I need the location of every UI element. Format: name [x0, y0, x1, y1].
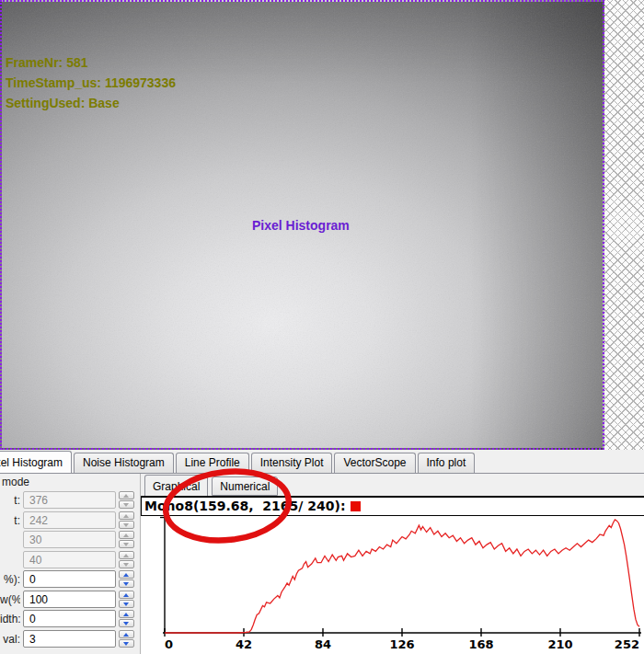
- spinner: [119, 610, 134, 627]
- field-label: %):: [0, 573, 20, 586]
- spin-up-button[interactable]: [119, 570, 134, 579]
- settings-row: 40: [0, 551, 140, 568]
- spin-down-button[interactable]: [119, 579, 134, 588]
- field-value-input[interactable]: 100: [23, 591, 116, 608]
- histogram-chart: 04284126168210252: [141, 516, 644, 654]
- spin-up-button: [119, 511, 134, 520]
- field-value-input: 30: [23, 531, 116, 548]
- spinner: [119, 511, 134, 529]
- overlay-setting-used: SettingUsed: Base: [6, 93, 176, 113]
- x-tick-label: 126: [389, 637, 414, 651]
- empty-background-hatch: [604, 0, 644, 451]
- spinner: [119, 591, 134, 608]
- histogram-display-panel: GraphicalNumerical Mono8(159.68, 2165/ 2…: [140, 474, 644, 654]
- field-label: idth:: [0, 613, 20, 625]
- x-tick-label: 168: [468, 637, 493, 651]
- overlay-frame-number: FrameNr: 581: [6, 52, 176, 73]
- tab-intensity-plot[interactable]: Intensity Plot: [251, 453, 333, 473]
- field-label: t:: [0, 514, 20, 527]
- settings-row: t:376: [0, 491, 140, 509]
- field-value-input[interactable]: 3: [23, 630, 116, 648]
- spinner: [119, 551, 134, 568]
- spin-up-button: [119, 551, 134, 559]
- series-color-swatch: [351, 501, 361, 511]
- spin-down-button[interactable]: [119, 619, 134, 627]
- spin-down-button: [119, 540, 134, 548]
- tab-line-profile[interactable]: Line Profile: [176, 453, 249, 473]
- x-tick-label: 42: [236, 637, 252, 651]
- settings-row: %):0: [0, 570, 140, 588]
- spin-up-button[interactable]: [119, 630, 134, 638]
- field-value-input: 376: [23, 491, 116, 509]
- spinner: [119, 491, 134, 509]
- spin-down-button[interactable]: [119, 639, 134, 648]
- view-tab-numerical[interactable]: Numerical: [212, 476, 278, 496]
- spin-down-button[interactable]: [119, 600, 134, 608]
- histogram-curve: [165, 520, 639, 633]
- settings-row: 30: [0, 531, 140, 548]
- spin-up-button[interactable]: [119, 591, 134, 599]
- field-value-input: 242: [23, 511, 116, 529]
- field-label: w(%):: [0, 593, 20, 606]
- analysis-panel: mode t:376t:2423040%):0w(%):100idth:0val…: [0, 474, 644, 654]
- field-value-input[interactable]: 0: [23, 610, 116, 627]
- view-tabbar: GraphicalNumerical: [141, 474, 644, 496]
- field-label: val:: [0, 633, 20, 646]
- x-tick-label: 84: [315, 637, 331, 651]
- tab-noise-histogram[interactable]: Noise Histogram: [74, 453, 174, 473]
- x-tick-label: 0: [165, 637, 173, 651]
- field-value-input[interactable]: 0: [23, 570, 116, 588]
- spin-down-button: [119, 521, 134, 529]
- spin-up-button: [119, 491, 134, 499]
- settings-row: val:3: [0, 630, 140, 648]
- camera-image-view: FrameNr: 581 TimeStamp_us: 1196973336 Se…: [0, 0, 604, 450]
- spin-up-button[interactable]: [119, 610, 134, 618]
- aoi-mode-label: mode: [2, 476, 29, 488]
- plot-header-text: Mono8(159.68, 2165/ 240):: [144, 499, 346, 513]
- image-center-watermark: Pixel Histogram: [252, 218, 350, 233]
- analysis-tabbar: Pixel HistogramNoise HistogramLine Profi…: [0, 450, 644, 474]
- spin-up-button: [119, 531, 134, 539]
- plot-header: Mono8(159.68, 2165/ 240):: [141, 496, 644, 516]
- spinner: [119, 531, 134, 548]
- settings-row: t:242: [0, 511, 140, 529]
- field-value-input: 40: [23, 551, 116, 568]
- histogram-plot: 04284126168210252: [141, 516, 644, 654]
- image-overlay-info: FrameNr: 581 TimeStamp_us: 1196973336 Se…: [6, 52, 176, 113]
- view-tab-graphical[interactable]: Graphical: [144, 475, 208, 496]
- spin-down-button: [119, 560, 134, 568]
- spinner: [119, 570, 134, 588]
- spinner: [119, 630, 134, 648]
- spin-down-button: [119, 500, 134, 509]
- tab-pixel-histogram[interactable]: Pixel Histogram: [0, 451, 72, 474]
- x-tick-label: 252: [615, 637, 639, 651]
- overlay-timestamp: TimeStamp_us: 1196973336: [6, 73, 176, 93]
- tab-vectorscope[interactable]: VectorScope: [334, 453, 415, 473]
- settings-row: idth:0: [0, 610, 140, 627]
- histogram-settings-panel: mode t:376t:2423040%):0w(%):100idth:0val…: [0, 474, 140, 654]
- tab-info-plot[interactable]: Info plot: [418, 453, 476, 473]
- settings-row: w(%):100: [0, 591, 140, 608]
- x-tick-label: 210: [547, 637, 572, 651]
- field-label: t:: [0, 494, 20, 507]
